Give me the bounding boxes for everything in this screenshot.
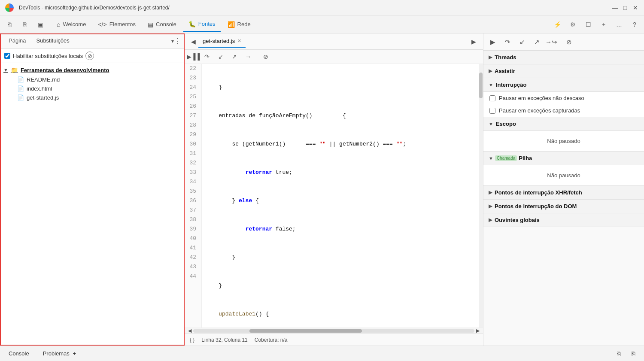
enable-substitutions-text: Habilitar substituições locais bbox=[13, 53, 83, 59]
file-icon-md: 📄 bbox=[17, 76, 24, 83]
code-line-30: updateLabe1() { bbox=[205, 309, 475, 319]
tab-bar-left-icons: ⎗ ⎘ ▣ bbox=[3, 18, 46, 30]
tab-console-label: Console bbox=[156, 21, 176, 27]
file-index-html[interactable]: 📄 index.html bbox=[0, 84, 184, 93]
toolbar-separator bbox=[257, 53, 257, 60]
horizontal-scrollbar[interactable]: ◀ ▶ bbox=[185, 328, 483, 334]
left-panel-tabs: Página Substituições ▾ ⋮ bbox=[0, 33, 184, 49]
section-xhr-header[interactable]: ▶ Pontos de interrupção XHR/fetch bbox=[483, 186, 644, 200]
section-assistir-header[interactable]: ▶ Assistir bbox=[483, 64, 644, 78]
tab-icon-btn-2[interactable]: ⎘ bbox=[19, 18, 31, 30]
edit-substitutions-btn[interactable]: ⊘ bbox=[85, 52, 94, 60]
code-tab-close-btn[interactable]: ✕ bbox=[237, 38, 241, 44]
add-tab-btn[interactable]: + bbox=[598, 18, 610, 30]
performance-icon-btn[interactable]: ⚡ bbox=[551, 18, 563, 30]
pilha-chevron-icon: ▼ bbox=[489, 156, 493, 161]
scroll-right-btn[interactable]: ▶ bbox=[476, 328, 480, 334]
step-over-btn[interactable]: ↷ bbox=[202, 52, 212, 62]
xhr-chevron-icon: ▶ bbox=[489, 190, 492, 195]
tab-fontes[interactable]: 🐛 Fontes bbox=[183, 17, 221, 32]
file-get-started-js[interactable]: 📄 get-started.js bbox=[0, 93, 184, 102]
pause-uncaught-row[interactable]: Pausar em exceções não descaso bbox=[483, 92, 644, 104]
code-line-24: se (getNumber1() === "" || getNumber2() … bbox=[205, 140, 475, 149]
app-logo bbox=[5, 3, 14, 12]
folder-ferramentas[interactable]: ▼ 📁 Ferramentas de desenvolvimento bbox=[0, 65, 184, 75]
pause-caught-row[interactable]: Pausar em exceções capturadas bbox=[483, 104, 644, 117]
main-area: Página Substituições ▾ ⋮ Habilitar subst… bbox=[0, 33, 644, 346]
tab-icon-btn-3[interactable]: ▣ bbox=[34, 18, 46, 30]
tab-fontes-label: Fontes bbox=[198, 21, 216, 27]
code-panel-tabs: ◀ get-started.js ✕ ▶ bbox=[185, 33, 483, 50]
step-over-right-btn[interactable]: ↷ bbox=[501, 36, 513, 48]
resume-btn[interactable]: ▶ bbox=[487, 36, 499, 48]
assistir-chevron-icon: ▶ bbox=[489, 68, 492, 74]
settings-icon-btn[interactable]: ⚙ bbox=[567, 18, 579, 30]
code-line-29: } bbox=[205, 281, 475, 291]
step-out-btn[interactable]: ↗ bbox=[229, 52, 240, 62]
left-panel-toolbar: Habilitar substituições locais ⊘ bbox=[0, 49, 184, 63]
tab-substituicoes[interactable]: Substituições bbox=[31, 35, 74, 47]
section-xhr-label: Pontos de interrupção XHR/fetch bbox=[495, 189, 582, 196]
enable-substitutions-label[interactable]: Habilitar substituições locais bbox=[4, 53, 83, 59]
tab-elementos[interactable]: </> Elementos bbox=[93, 17, 141, 32]
code-status-bar: { } Linha 32, Coluna 11 Cobertura: n/a bbox=[185, 334, 483, 346]
window-controls: — □ ✕ bbox=[611, 4, 639, 11]
maximize-button[interactable]: □ bbox=[622, 4, 629, 11]
more-tabs-btn[interactable]: … bbox=[613, 18, 625, 30]
pause-caught-checkbox[interactable] bbox=[489, 108, 495, 114]
file-tree: ▼ 📁 Ferramentas de desenvolvimento 📄 REA… bbox=[0, 63, 184, 346]
bottom-tab-console[interactable]: Console bbox=[5, 349, 33, 358]
tab-pagina[interactable]: Página bbox=[3, 35, 31, 47]
title-bar: DevTools - microsoftedge.github.io/Demos… bbox=[0, 0, 644, 15]
scroll-left-btn[interactable]: ◀ bbox=[188, 328, 191, 334]
step-out-right-btn[interactable]: ↗ bbox=[531, 36, 543, 48]
section-threads-header[interactable]: ▶ Threads bbox=[483, 51, 644, 64]
bottom-tab-problemas[interactable]: Problemas + bbox=[39, 349, 79, 358]
code-tab-get-started[interactable]: get-started.js ✕ bbox=[198, 35, 246, 48]
minimize-button[interactable]: — bbox=[611, 4, 618, 11]
disable-bp-right-btn[interactable]: ⊘ bbox=[563, 36, 575, 48]
pause-uncaught-label: Pausar em exceções não descaso bbox=[499, 95, 584, 101]
close-button[interactable]: ✕ bbox=[632, 4, 639, 11]
dom-chevron-icon: ▶ bbox=[489, 203, 492, 209]
left-tab-more-btn[interactable]: ⋮ bbox=[174, 37, 181, 45]
section-ouvintes-header[interactable]: ▶ Ouvintes globais bbox=[483, 213, 644, 227]
file-indexhtml-name: index.html bbox=[27, 85, 52, 92]
section-dom-label: Pontos de interrupção do DOM bbox=[495, 203, 577, 209]
tab-console[interactable]: ▤ Console bbox=[143, 17, 182, 32]
step-into-btn[interactable]: ↙ bbox=[216, 52, 226, 62]
threads-chevron-icon: ▶ bbox=[489, 55, 492, 60]
right-panel-sections: ▶ Threads ▶ Assistir ▼ Interrupção Pausa… bbox=[483, 51, 644, 346]
console-icon: ▤ bbox=[148, 21, 153, 28]
step-btn[interactable]: → bbox=[243, 52, 253, 62]
code-tab-back-btn[interactable]: ◀ bbox=[188, 36, 198, 47]
call-stack-badge: Chamada bbox=[495, 155, 517, 161]
bottom-icon-1[interactable]: ⎗ bbox=[613, 348, 624, 359]
debug-pause-btn[interactable]: ▶▐▐ bbox=[188, 52, 198, 62]
dock-icon-btn[interactable]: ☐ bbox=[582, 18, 594, 30]
file-icon-js: 📄 bbox=[17, 94, 24, 101]
enable-substitutions-checkbox[interactable] bbox=[4, 53, 10, 59]
code-scroll-container[interactable]: 22 23 24 25 26 27 28 29 30 31 32 33 34 3… bbox=[185, 64, 483, 328]
help-btn[interactable]: ? bbox=[629, 18, 641, 30]
code-content[interactable]: } entradas de funçãoAreEmpty() { se (get… bbox=[202, 64, 479, 328]
file-readme[interactable]: 📄 README.md bbox=[0, 75, 184, 84]
code-line-27: retornar false; bbox=[205, 224, 475, 234]
code-panel-right-nav-btn[interactable]: ▶ bbox=[468, 36, 480, 48]
bottom-icon-2[interactable]: ⎘ bbox=[628, 348, 639, 359]
section-pilha-header[interactable]: ▼ Chamada Pilha bbox=[483, 152, 644, 165]
escopo-chevron-icon: ▼ bbox=[489, 121, 493, 127]
tab-icon-btn-1[interactable]: ⎗ bbox=[3, 18, 15, 30]
step-into-right-btn[interactable]: ↙ bbox=[516, 36, 528, 48]
tab-rede[interactable]: 📶 Rede bbox=[222, 17, 256, 32]
scrollbar-track[interactable] bbox=[193, 329, 474, 333]
disable-breakpoints-btn[interactable]: ⊘ bbox=[261, 52, 271, 62]
pause-uncaught-checkbox[interactable] bbox=[489, 95, 495, 101]
section-interrupcao-header[interactable]: ▼ Interrupção bbox=[483, 78, 644, 92]
section-escopo-header[interactable]: ▼ Escopo bbox=[483, 117, 644, 131]
tab-welcome[interactable]: ⌂ Welcome bbox=[52, 17, 91, 32]
step-right-btn[interactable]: →↪ bbox=[545, 36, 557, 48]
vertical-scrollbar[interactable] bbox=[479, 64, 483, 328]
section-pilha-label: Pilha bbox=[519, 155, 532, 161]
section-dom-header[interactable]: ▶ Pontos de interrupção do DOM bbox=[483, 200, 644, 213]
